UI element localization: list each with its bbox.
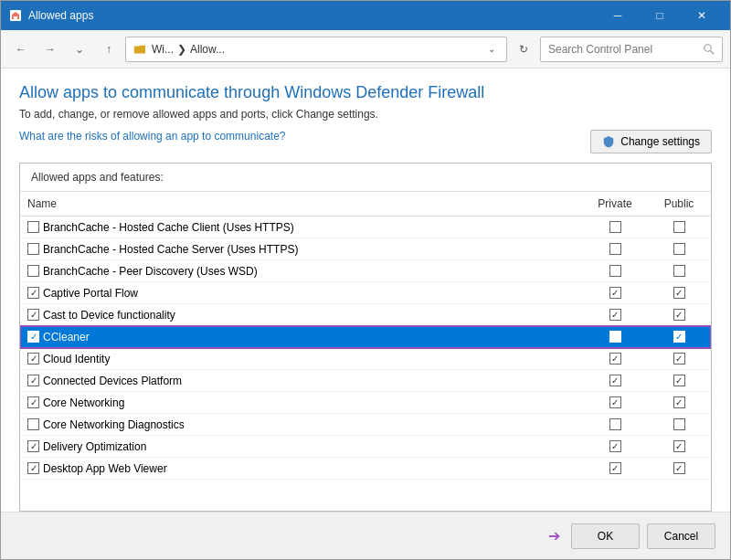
private-cell[interactable] (583, 392, 647, 413)
private-cell[interactable] (583, 436, 647, 457)
public-checkbox[interactable] (673, 265, 685, 277)
private-checkbox[interactable] (609, 375, 621, 386)
recent-button[interactable]: ⌄ (67, 37, 92, 62)
table-row[interactable]: BranchCache - Hosted Cache Client (Uses … (20, 217, 711, 238)
app-checkbox[interactable] (27, 396, 39, 408)
search-field[interactable] (540, 37, 723, 62)
private-cell[interactable] (583, 304, 647, 325)
private-cell[interactable] (583, 326, 647, 347)
private-checkbox[interactable] (609, 243, 621, 255)
public-cell[interactable] (647, 458, 711, 479)
table-row[interactable]: BranchCache - Peer Discovery (Uses WSD) (20, 260, 711, 282)
public-cell[interactable] (647, 304, 711, 325)
app-name-cell: BranchCache - Hosted Cache Server (Uses … (20, 238, 583, 259)
public-checkbox[interactable] (673, 418, 685, 430)
public-cell[interactable] (647, 238, 711, 259)
refresh-button[interactable]: ↻ (511, 37, 536, 62)
app-checkbox[interactable] (27, 375, 39, 386)
address-dropdown-button[interactable]: ⌄ (484, 44, 499, 54)
private-checkbox[interactable] (609, 221, 621, 233)
back-button[interactable]: ← (8, 37, 34, 62)
public-checkbox[interactable] (673, 375, 685, 386)
public-cell[interactable] (647, 370, 711, 391)
public-checkbox[interactable] (673, 243, 685, 255)
table-row[interactable]: Delivery Optimization (20, 436, 711, 458)
main-window: Allowed apps ─ □ ✕ ← → ⌄ ↑ Wi... ❯ Allow… (0, 0, 731, 560)
private-checkbox[interactable] (609, 440, 621, 452)
table-row[interactable]: Connected Devices Platform (20, 370, 711, 392)
app-checkbox[interactable] (27, 418, 39, 430)
forward-button[interactable]: → (37, 37, 63, 62)
private-checkbox[interactable] (609, 309, 621, 321)
public-cell[interactable] (647, 260, 711, 281)
private-cell[interactable] (583, 238, 647, 259)
public-cell[interactable] (647, 436, 711, 457)
app-name-cell: Core Networking (20, 392, 583, 413)
private-checkbox[interactable] (609, 331, 621, 343)
private-cell[interactable] (583, 370, 647, 391)
table-row[interactable]: CCleaner (20, 326, 711, 348)
app-checkbox[interactable] (27, 265, 39, 277)
app-checkbox[interactable] (27, 309, 39, 321)
public-checkbox[interactable] (673, 396, 685, 408)
app-checkbox[interactable] (27, 221, 39, 233)
public-checkbox[interactable] (673, 309, 685, 321)
help-link[interactable]: What are the risks of allowing an app to… (19, 130, 285, 143)
private-cell[interactable] (583, 458, 647, 479)
app-name: Connected Devices Platform (43, 375, 182, 387)
public-checkbox[interactable] (673, 462, 685, 474)
address-field[interactable]: Wi... ❯ Allow... ⌄ (125, 37, 507, 62)
table-row[interactable]: BranchCache - Hosted Cache Server (Uses … (20, 238, 711, 260)
app-checkbox[interactable] (27, 353, 39, 365)
maximize-button[interactable]: □ (639, 1, 681, 30)
window-icon (8, 8, 23, 23)
public-checkbox[interactable] (673, 287, 685, 299)
col-private: Private (583, 192, 647, 216)
table-row[interactable]: Captive Portal Flow (20, 282, 711, 304)
app-checkbox[interactable] (27, 331, 39, 343)
private-cell[interactable] (583, 217, 647, 238)
table-body[interactable]: BranchCache - Hosted Cache Client (Uses … (20, 217, 711, 511)
app-checkbox[interactable] (27, 243, 39, 255)
public-checkbox[interactable] (673, 221, 685, 233)
app-checkbox[interactable] (27, 287, 39, 299)
public-cell[interactable] (647, 326, 711, 347)
apps-panel: Allowed apps and features: Name Private … (19, 163, 712, 512)
public-cell[interactable] (647, 282, 711, 303)
table-row[interactable]: Desktop App Web Viewer (20, 458, 711, 480)
private-cell[interactable] (583, 282, 647, 303)
public-cell[interactable] (647, 348, 711, 369)
public-cell[interactable] (647, 414, 711, 435)
private-checkbox[interactable] (609, 353, 621, 365)
ok-button[interactable]: OK (571, 523, 640, 549)
app-name-cell: CCleaner (20, 326, 583, 347)
public-cell[interactable] (647, 217, 711, 238)
cancel-button[interactable]: Cancel (647, 523, 715, 549)
public-checkbox[interactable] (673, 331, 685, 343)
search-input[interactable] (548, 43, 700, 56)
minimize-button[interactable]: ─ (597, 1, 639, 30)
table-row[interactable]: Core Networking (20, 392, 711, 414)
public-checkbox[interactable] (673, 353, 685, 365)
app-checkbox[interactable] (27, 462, 39, 474)
private-cell[interactable] (583, 414, 647, 435)
up-button[interactable]: ↑ (96, 37, 122, 62)
app-name-cell: Desktop App Web Viewer (20, 458, 583, 479)
table-row[interactable]: Cast to Device functionality (20, 304, 711, 326)
public-cell[interactable] (647, 392, 711, 413)
app-checkbox[interactable] (27, 440, 39, 452)
private-cell[interactable] (583, 348, 647, 369)
breadcrumb-allow: Allow... (190, 43, 225, 56)
private-checkbox[interactable] (609, 287, 621, 299)
public-checkbox[interactable] (673, 440, 685, 452)
private-checkbox[interactable] (609, 418, 621, 430)
private-checkbox[interactable] (609, 462, 621, 474)
private-checkbox[interactable] (609, 265, 621, 277)
table-row[interactable]: Core Networking Diagnostics (20, 414, 711, 436)
app-name: CCleaner (43, 331, 90, 343)
change-settings-button[interactable]: Change settings (590, 130, 712, 153)
private-cell[interactable] (583, 260, 647, 281)
private-checkbox[interactable] (609, 396, 621, 408)
close-button[interactable]: ✕ (681, 1, 723, 30)
table-row[interactable]: Cloud Identity (20, 348, 711, 370)
